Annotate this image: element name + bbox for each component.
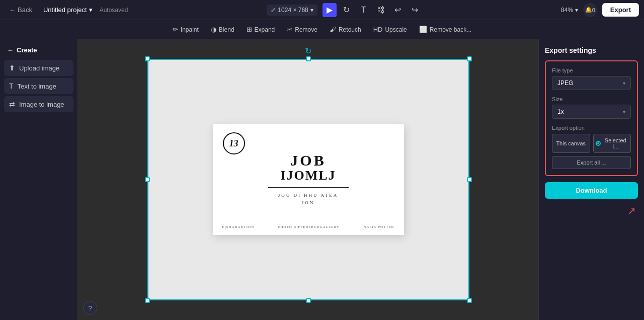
card-footer-left: FISHABAKTION [222, 225, 255, 229]
export-option-label: Export option [552, 125, 631, 131]
canvas-area[interactable]: ↻ 13 JOB IJOMLJ JOU DI HHU AT [78, 39, 538, 320]
file-type-value: JPEG [557, 79, 573, 87]
toolbar-item-expand[interactable]: ⊞ Expand [242, 23, 280, 36]
project-name[interactable]: Untitled project ▾ [40, 4, 96, 16]
canvas-size-display[interactable]: ⤢ 1024 × 768 ▾ [267, 5, 317, 16]
toolbar-item-remove-label: Remove [295, 26, 317, 33]
this-canvas-button[interactable]: This canvas [552, 134, 590, 153]
handle-mid-left[interactable] [145, 177, 150, 182]
toolbar-item-blend[interactable]: ◑ Blend [206, 23, 239, 36]
export-settings-box: File type JPEG ▾ Size 1x ▾ Export option [545, 60, 638, 176]
topbar: ← Back Untitled project ▾ Autosaved ⤢ 10… [0, 0, 644, 20]
toolbar-item-remove-back[interactable]: ⬜ Remove back... [414, 23, 476, 36]
text-tool-button[interactable]: T [357, 3, 371, 17]
link-tool-button[interactable]: ⛓ [374, 3, 388, 17]
size-label: Size [552, 96, 631, 102]
selected-button[interactable]: Selected I... [593, 134, 631, 153]
card-logo: 13 [223, 132, 245, 154]
export-all-wrapper: Export all ... [552, 156, 631, 169]
file-type-chevron-icon: ▾ [623, 81, 625, 86]
sidebar-item-image-to-image[interactable]: ⇄ Image to image [4, 96, 73, 112]
handle-bottom-mid[interactable] [306, 298, 311, 303]
inpaint-icon: ✏ [173, 26, 178, 33]
toolbar-item-inpaint[interactable]: ✏ Inpaint [168, 23, 204, 36]
toolbar-item-inpaint-label: Inpaint [181, 26, 199, 33]
toolbar-item-hd-upscale[interactable]: HD Upscale [368, 23, 412, 36]
redo-tool-button[interactable]: ↪ [408, 3, 422, 17]
handle-bottom-left[interactable] [145, 298, 150, 303]
resize-icon: ⤢ [271, 7, 276, 14]
handle-mid-right[interactable] [467, 177, 472, 182]
expand-icon: ⊞ [247, 26, 252, 33]
upload-image-label: Upload image [19, 64, 59, 72]
create-label: Create [17, 46, 37, 54]
blend-icon: ◑ [211, 26, 216, 33]
notification-button[interactable]: 🔔 0 [583, 3, 597, 17]
hd-icon: HD [373, 26, 383, 33]
notification-count: 0 [592, 7, 595, 13]
card-role-line1: JOU DI HHU ATEA [278, 192, 339, 199]
file-type-dropdown[interactable]: JPEG ▾ [552, 76, 631, 90]
secondary-toolbar: ✏ Inpaint ◑ Blend ⊞ Expand ✂ Remove 🖌 Re… [0, 20, 644, 39]
right-panel: Export settings File type JPEG ▾ Size 1x… [538, 39, 644, 320]
toolbar-item-retouch[interactable]: 🖌 Retouch [325, 23, 366, 36]
notification-icon: 🔔 [585, 7, 592, 13]
autosaved-status: Autosaved [100, 7, 128, 14]
download-button[interactable]: Download [545, 182, 638, 199]
selected-label: Selected I... [603, 137, 629, 149]
card-footer-right: NATIK POTTER [363, 225, 394, 229]
toolbar-item-hd-label: Upscale [385, 26, 407, 33]
sidebar-item-text-to-image[interactable]: T Text to image [4, 78, 73, 94]
size-field: Size 1x ▾ [552, 96, 631, 119]
handle-bottom-right[interactable] [467, 298, 472, 303]
sidebar-item-upload-image[interactable]: ⬆ Upload image [4, 60, 73, 76]
topbar-right: 84% ▾ 🔔 0 Export [561, 3, 639, 17]
play-tool-button[interactable]: ▶ [323, 3, 337, 17]
selected-radio-icon [596, 141, 601, 146]
export-options-row: This canvas Selected I... [552, 134, 631, 153]
remove-icon: ✂ [287, 26, 292, 33]
help-button[interactable]: ? [83, 301, 97, 315]
remove-back-icon: ⬜ [419, 26, 427, 33]
back-label: Back [18, 6, 32, 14]
export-all-button[interactable]: Export all ... [552, 156, 631, 169]
topbar-center: ⤢ 1024 × 768 ▾ ▶ ↻ T ⛓ ↩ ↪ [132, 3, 556, 17]
this-canvas-label: This canvas [556, 140, 586, 146]
upload-icon: ⬆ [9, 64, 15, 72]
retouch-icon: 🖌 [330, 26, 336, 33]
undo-tool-button[interactable]: ↩ [391, 3, 405, 17]
export-option-field: Export option This canvas Selected I... … [552, 125, 631, 169]
zoom-display[interactable]: 84% ▾ [561, 7, 578, 14]
text-to-image-label: Text to image [18, 83, 56, 90]
toolbar-item-remove[interactable]: ✂ Remove [282, 23, 323, 36]
image-to-image-icon: ⇄ [9, 100, 15, 108]
text-icon: T [9, 82, 14, 90]
handle-top-right[interactable] [467, 56, 472, 61]
main-area: ← Create ⬆ Upload image T Text to image … [0, 39, 644, 320]
card-role: JOU DI HHU ATEA JON [278, 192, 339, 206]
card-role-line2: JON [278, 199, 339, 206]
topbar-tools: ▶ ↻ T ⛓ ↩ ↪ [323, 3, 422, 17]
handle-top-mid[interactable] [306, 56, 311, 61]
create-header: ← Create [4, 44, 73, 58]
refresh-tool-button[interactable]: ↻ [340, 3, 354, 17]
chevron-down-icon: ▾ [310, 7, 313, 14]
canvas-size-text: 1024 × 768 [278, 7, 308, 14]
canvas-inner: ↻ 13 JOB IJOMLJ JOU DI HHU AT [147, 59, 469, 300]
rotate-handle[interactable]: ↻ [305, 46, 311, 56]
file-type-field: File type JPEG ▾ [552, 67, 631, 90]
sidebar: ← Create ⬆ Upload image T Text to image … [0, 39, 78, 320]
handle-top-left[interactable] [145, 56, 150, 61]
help-icon: ? [88, 304, 92, 312]
file-type-label: File type [552, 67, 631, 73]
card-subtitle: IJOMLJ [280, 168, 336, 183]
create-icon: ← [7, 46, 14, 54]
size-dropdown[interactable]: 1x ▾ [552, 105, 631, 119]
zoom-value: 84% [561, 7, 573, 14]
export-button[interactable]: Export [602, 3, 639, 17]
project-name-text: Untitled project [43, 6, 87, 14]
card-title: JOB [290, 153, 326, 168]
download-arrow-indicator: ↗ [545, 205, 638, 217]
back-button[interactable]: ← Back [5, 4, 36, 16]
business-card: 13 JOB IJOMLJ JOU DI HHU ATEA JON FISHAB… [213, 124, 404, 235]
